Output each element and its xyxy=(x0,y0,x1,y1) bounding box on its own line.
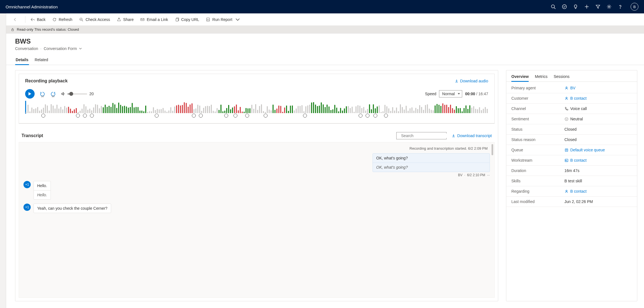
workstream-link[interactable]: B contact xyxy=(564,158,632,163)
svg-point-0 xyxy=(551,5,554,8)
settings-icon[interactable] xyxy=(607,4,612,9)
cmd-label: Share xyxy=(123,17,133,22)
customer-link[interactable]: B contact xyxy=(564,96,632,101)
top-nav: Omnichannel Administration B xyxy=(0,0,644,13)
sentiment-positive-icon xyxy=(224,114,228,118)
lock-icon xyxy=(11,28,15,32)
filter-icon[interactable] xyxy=(595,4,600,9)
copy-url-button[interactable]: Copy URL xyxy=(172,15,202,25)
svg-point-261 xyxy=(566,97,567,98)
page-title: BWS xyxy=(15,37,635,45)
participant-badge: +1 xyxy=(23,181,31,188)
sentiment-positive-icon xyxy=(264,114,268,118)
svg-point-270 xyxy=(566,160,566,161)
cmd-label: Refresh xyxy=(59,17,72,22)
svg-line-9 xyxy=(82,20,83,21)
back-button[interactable]: Back xyxy=(28,15,48,25)
download-audio-label: Download audio xyxy=(460,79,488,83)
check-access-button[interactable]: Check Access xyxy=(76,15,113,25)
volume-slider[interactable] xyxy=(68,94,87,94)
scrollbar-thumb[interactable] xyxy=(492,144,493,155)
tab-related[interactable]: Related xyxy=(34,56,49,65)
top-nav-actions: B xyxy=(551,3,638,11)
task-check-icon[interactable] xyxy=(562,4,567,9)
cmd-label: Copy URL xyxy=(181,17,199,22)
play-button[interactable] xyxy=(25,89,35,99)
regarding-link[interactable]: B contact xyxy=(564,189,632,194)
volume-control[interactable]: 20 xyxy=(61,92,94,96)
entity-name: Conversation xyxy=(15,46,38,51)
readonly-text: Read-only This record's status: Closed xyxy=(17,27,79,32)
message-meta: BV · 6/2 2:10 PM ··· xyxy=(373,173,490,177)
phone-icon xyxy=(564,107,569,111)
download-audio-link[interactable]: Download audio xyxy=(455,79,488,83)
speed-select[interactable]: Normal xyxy=(439,90,462,97)
left-rail xyxy=(0,13,6,308)
svg-point-7 xyxy=(620,8,620,8)
system-message: Recording and transcription started. 6/2… xyxy=(23,145,490,153)
sentiment-value: Neutral xyxy=(564,117,632,121)
customer-message: +1 Yeah, can you check the couple Cerner… xyxy=(23,204,169,213)
svg-point-260 xyxy=(566,87,567,88)
tab-metrics[interactable]: Metrics xyxy=(535,74,547,82)
waveform[interactable] xyxy=(19,101,494,121)
time-display: 00:00 / 16:47 xyxy=(465,92,488,96)
separator-dot: · xyxy=(40,46,42,51)
customer-message: +1 Hello. Hello. xyxy=(23,181,169,200)
search-icon[interactable] xyxy=(551,4,556,9)
person-icon xyxy=(564,96,569,101)
forward-30-button[interactable]: 30 xyxy=(50,91,56,97)
message-translated: Hello. xyxy=(34,190,51,199)
email-link-button[interactable]: Email a Link xyxy=(137,15,171,25)
overview-list: Primary agent BV Customer B contact Chan… xyxy=(506,82,637,207)
volume-icon xyxy=(61,92,65,96)
svg-point-6 xyxy=(609,6,610,8)
avatar[interactable]: B xyxy=(631,3,638,11)
svg-rect-11 xyxy=(176,18,178,21)
form-tabs: Details Related xyxy=(6,52,644,65)
readonly-banner: Read-only This record's status: Closed xyxy=(6,26,644,34)
download-icon xyxy=(455,79,459,83)
volume-thumb[interactable] xyxy=(69,92,73,96)
share-button[interactable]: Share xyxy=(114,15,136,25)
modified-value: Jun 2, 02:26 PM xyxy=(564,199,632,204)
app-title: Omnichannel Administration xyxy=(6,4,58,9)
plus-icon[interactable] xyxy=(584,4,589,9)
download-icon xyxy=(452,134,455,138)
refresh-button[interactable]: Refresh xyxy=(49,15,75,25)
sentiment-negative-icon xyxy=(233,114,237,118)
tab-sessions[interactable]: Sessions xyxy=(554,74,569,82)
sentiment-positive-icon xyxy=(76,114,80,118)
download-transcript-link[interactable]: Download transcript xyxy=(452,133,492,138)
transcript-search[interactable] xyxy=(396,132,447,139)
tab-overview[interactable]: Overview xyxy=(511,74,529,82)
message-text: Hello. xyxy=(34,181,51,190)
form-name[interactable]: Conversation Form xyxy=(44,46,77,51)
tab-details[interactable]: Details xyxy=(15,56,29,65)
primary-agent-link[interactable]: BV xyxy=(564,86,632,90)
sentiment-negative-icon xyxy=(41,114,45,118)
neutral-face-icon xyxy=(564,117,569,121)
message-text: OK, what's going? xyxy=(373,154,490,163)
message-text: Yeah, can you check the couple Cerner? xyxy=(34,204,111,213)
svg-point-2 xyxy=(562,5,567,9)
run-report-button[interactable]: Run Report xyxy=(203,15,243,25)
cmd-label: Run Report xyxy=(212,17,232,22)
sentiment-negative-icon xyxy=(366,114,369,118)
participant-badge: +1 xyxy=(23,204,31,211)
download-transcript-label: Download transcript xyxy=(457,133,492,138)
back-arrow-button[interactable] xyxy=(10,15,20,25)
sentiment-positive-icon xyxy=(83,114,87,118)
chevron-down-icon xyxy=(235,17,240,22)
svg-point-262 xyxy=(565,117,568,120)
help-icon[interactable] xyxy=(618,4,623,9)
transcript-body[interactable]: Recording and transcription started. 6/2… xyxy=(19,142,495,298)
sentiment-positive-icon xyxy=(303,114,307,118)
transcript-search-input[interactable] xyxy=(399,133,450,138)
queue-link[interactable]: Default voice queue xyxy=(564,148,632,152)
lightbulb-icon[interactable] xyxy=(573,4,578,9)
svg-point-271 xyxy=(566,190,567,191)
chevron-down-icon[interactable] xyxy=(79,47,82,50)
sentiment-positive-icon xyxy=(245,114,249,118)
rewind-10-button[interactable]: 10 xyxy=(40,91,45,97)
